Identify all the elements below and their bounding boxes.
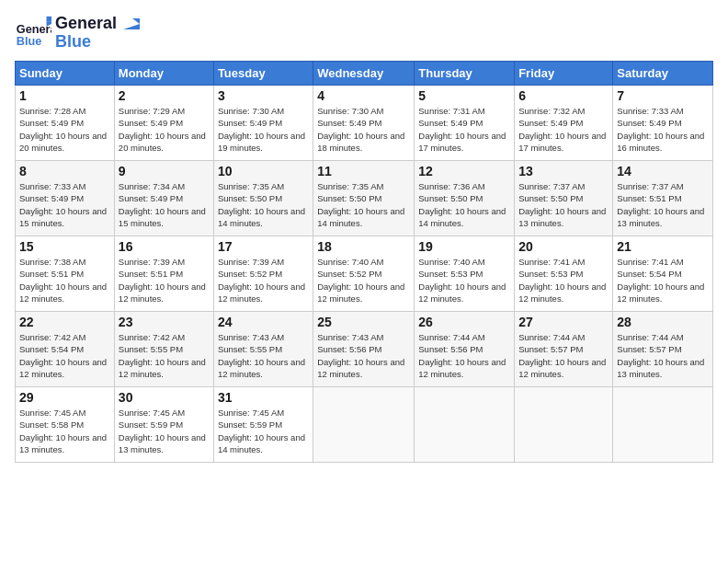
day-info: Sunrise: 7:28 AM Sunset: 5:49 PM Dayligh… [19,105,110,154]
header-thursday: Thursday [415,62,515,86]
day-number: 9 [119,164,210,178]
calendar-week-row: 22Sunrise: 7:42 AM Sunset: 5:54 PM Dayli… [16,312,713,387]
table-row: 22Sunrise: 7:42 AM Sunset: 5:54 PM Dayli… [16,312,115,387]
table-row [613,387,713,463]
table-row: 16Sunrise: 7:39 AM Sunset: 5:51 PM Dayli… [114,236,213,312]
table-row: 24Sunrise: 7:43 AM Sunset: 5:55 PM Dayli… [213,312,313,387]
table-row: 2Sunrise: 7:29 AM Sunset: 5:49 PM Daylig… [114,86,213,161]
day-number: 22 [19,315,110,329]
table-row: 25Sunrise: 7:43 AM Sunset: 5:56 PM Dayli… [313,312,415,387]
day-number: 28 [617,315,709,329]
day-info: Sunrise: 7:35 AM Sunset: 5:50 PM Dayligh… [317,180,410,229]
svg-marker-2 [47,17,51,21]
day-number: 18 [317,239,410,254]
calendar-week-row: 15Sunrise: 7:38 AM Sunset: 5:51 PM Dayli… [16,236,713,312]
table-row: 12Sunrise: 7:36 AM Sunset: 5:50 PM Dayli… [415,161,515,236]
calendar-week-row: 1Sunrise: 7:28 AM Sunset: 5:49 PM Daylig… [16,86,713,161]
day-info: Sunrise: 7:42 AM Sunset: 5:54 PM Dayligh… [19,331,110,380]
day-info: Sunrise: 7:33 AM Sunset: 5:49 PM Dayligh… [19,180,110,229]
day-number: 1 [19,88,110,103]
day-info: Sunrise: 7:39 AM Sunset: 5:51 PM Dayligh… [119,256,210,304]
logo-general: General [55,15,140,33]
day-number: 30 [119,390,210,405]
day-info: Sunrise: 7:44 AM Sunset: 5:56 PM Dayligh… [418,331,510,380]
table-row: 17Sunrise: 7:39 AM Sunset: 5:52 PM Dayli… [213,236,313,312]
day-number: 29 [19,390,110,405]
day-info: Sunrise: 7:29 AM Sunset: 5:49 PM Dayligh… [119,105,210,154]
day-number: 31 [218,390,309,405]
day-number: 7 [617,88,709,103]
day-info: Sunrise: 7:35 AM Sunset: 5:50 PM Dayligh… [218,180,309,229]
day-info: Sunrise: 7:43 AM Sunset: 5:56 PM Dayligh… [317,331,410,380]
table-row: 18Sunrise: 7:40 AM Sunset: 5:52 PM Dayli… [313,236,415,312]
day-info: Sunrise: 7:42 AM Sunset: 5:55 PM Dayligh… [119,331,210,380]
day-info: Sunrise: 7:40 AM Sunset: 5:53 PM Dayligh… [418,256,510,304]
day-number: 6 [518,88,609,103]
day-info: Sunrise: 7:45 AM Sunset: 5:59 PM Dayligh… [119,407,210,455]
day-info: Sunrise: 7:31 AM Sunset: 5:49 PM Dayligh… [418,105,510,154]
table-row: 10Sunrise: 7:35 AM Sunset: 5:50 PM Dayli… [213,161,313,236]
logo-blue: Blue [55,33,140,52]
table-row: 7Sunrise: 7:33 AM Sunset: 5:49 PM Daylig… [613,86,713,161]
day-info: Sunrise: 7:44 AM Sunset: 5:57 PM Dayligh… [518,331,609,380]
header-sunday: Sunday [16,62,115,86]
table-row: 3Sunrise: 7:30 AM Sunset: 5:49 PM Daylig… [213,86,313,161]
day-info: Sunrise: 7:33 AM Sunset: 5:49 PM Dayligh… [617,105,709,154]
table-row: 6Sunrise: 7:32 AM Sunset: 5:49 PM Daylig… [515,86,613,161]
table-row: 30Sunrise: 7:45 AM Sunset: 5:59 PM Dayli… [114,387,213,463]
table-row: 9Sunrise: 7:34 AM Sunset: 5:49 PM Daylig… [114,161,213,236]
day-info: Sunrise: 7:32 AM Sunset: 5:49 PM Dayligh… [518,105,609,154]
day-info: Sunrise: 7:30 AM Sunset: 5:49 PM Dayligh… [218,105,309,154]
table-row: 8Sunrise: 7:33 AM Sunset: 5:49 PM Daylig… [16,161,115,236]
svg-marker-5 [132,18,140,24]
day-number: 8 [19,164,110,178]
svg-marker-4 [123,24,140,29]
day-info: Sunrise: 7:34 AM Sunset: 5:49 PM Dayligh… [119,180,210,229]
day-info: Sunrise: 7:41 AM Sunset: 5:54 PM Dayligh… [617,256,709,304]
day-number: 24 [218,315,309,329]
day-number: 17 [218,239,309,254]
day-info: Sunrise: 7:36 AM Sunset: 5:50 PM Dayligh… [418,180,510,229]
day-number: 21 [617,239,709,254]
day-number: 4 [317,88,410,103]
table-row: 27Sunrise: 7:44 AM Sunset: 5:57 PM Dayli… [515,312,613,387]
header: General Blue General Blue [15,15,713,52]
table-row: 11Sunrise: 7:35 AM Sunset: 5:50 PM Dayli… [313,161,415,236]
day-info: Sunrise: 7:40 AM Sunset: 5:52 PM Dayligh… [317,256,410,304]
day-number: 13 [518,164,609,178]
day-info: Sunrise: 7:37 AM Sunset: 5:51 PM Dayligh… [617,180,709,229]
day-info: Sunrise: 7:38 AM Sunset: 5:51 PM Dayligh… [19,256,110,304]
day-info: Sunrise: 7:43 AM Sunset: 5:55 PM Dayligh… [218,331,309,380]
day-number: 11 [317,164,410,178]
svg-text:Blue: Blue [17,34,42,48]
header-saturday: Saturday [613,62,713,86]
day-info: Sunrise: 7:30 AM Sunset: 5:49 PM Dayligh… [317,105,410,154]
day-info: Sunrise: 7:44 AM Sunset: 5:57 PM Dayligh… [617,331,709,380]
page-container: General Blue General Blue [0,0,728,563]
table-row: 21Sunrise: 7:41 AM Sunset: 5:54 PM Dayli… [613,236,713,312]
day-number: 16 [119,239,210,254]
day-number: 14 [617,164,709,178]
day-number: 10 [218,164,309,178]
table-row: 20Sunrise: 7:41 AM Sunset: 5:53 PM Dayli… [515,236,613,312]
table-row: 5Sunrise: 7:31 AM Sunset: 5:49 PM Daylig… [415,86,515,161]
day-info: Sunrise: 7:45 AM Sunset: 5:59 PM Dayligh… [218,407,309,455]
day-info: Sunrise: 7:45 AM Sunset: 5:58 PM Dayligh… [19,407,110,455]
header-wednesday: Wednesday [313,62,415,86]
header-tuesday: Tuesday [213,62,313,86]
day-number: 12 [418,164,510,178]
day-info: Sunrise: 7:39 AM Sunset: 5:52 PM Dayligh… [218,256,309,304]
calendar-week-row: 8Sunrise: 7:33 AM Sunset: 5:49 PM Daylig… [16,161,713,236]
table-row [515,387,613,463]
calendar-table: Sunday Monday Tuesday Wednesday Thursday… [15,61,713,463]
table-row: 23Sunrise: 7:42 AM Sunset: 5:55 PM Dayli… [114,312,213,387]
day-number: 25 [317,315,410,329]
table-row: 13Sunrise: 7:37 AM Sunset: 5:50 PM Dayli… [515,161,613,236]
day-number: 20 [518,239,609,254]
logo-arrow-icon [123,18,140,29]
day-number: 15 [19,239,110,254]
day-number: 27 [518,315,609,329]
logo-icon: General Blue [15,15,51,52]
table-row: 19Sunrise: 7:40 AM Sunset: 5:53 PM Dayli… [415,236,515,312]
header-friday: Friday [515,62,613,86]
